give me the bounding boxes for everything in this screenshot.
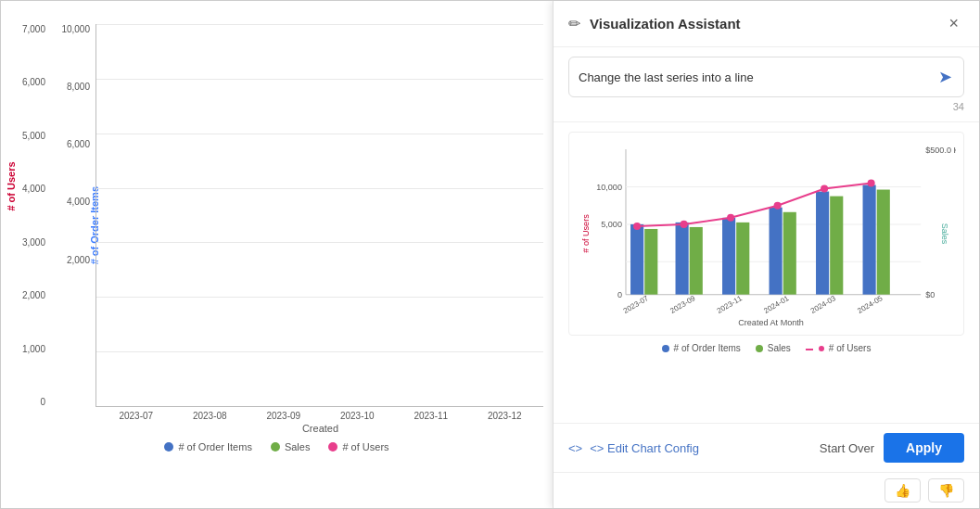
svg-text:# of Users: # of Users (581, 214, 591, 253)
mini-legend: # of Order Items Sales # of Users (568, 343, 964, 353)
panel-footer: <> <> Edit Chart Config Start Over Apply (554, 423, 979, 472)
svg-text:2023-07: 2023-07 (622, 294, 651, 315)
close-button[interactable]: × (943, 12, 964, 35)
svg-text:Sales: Sales (940, 223, 949, 245)
legend-dot-green (271, 442, 280, 452)
svg-point-25 (681, 221, 688, 228)
mini-chart: # of Users Sales 10,000 5,000 0 $500 (568, 132, 964, 336)
input-row: ➤ (568, 57, 964, 97)
thumbs-up-button[interactable]: 👍 (885, 478, 921, 503)
visualization-assistant-panel: ✏ Visualization Assistant × ➤ 34 # of Us… (553, 1, 979, 508)
mini-chart-svg: # of Users Sales 10,000 5,000 0 $500 (577, 140, 956, 327)
svg-text:$0: $0 (925, 290, 935, 299)
svg-text:10,000: 10,000 (596, 183, 622, 192)
mini-legend-dot-pink (819, 346, 824, 351)
svg-rect-17 (736, 223, 749, 295)
mini-legend-order-items: # of Order Items (662, 343, 741, 353)
app-container: # of Users # of Order Items 7,000 6,000 … (0, 0, 980, 509)
bar-groups (96, 24, 543, 406)
x-axis-title: Created (97, 423, 543, 434)
edit-config-label: <> Edit Chart Config (590, 441, 699, 455)
char-count: 34 (568, 101, 964, 112)
svg-point-27 (774, 202, 782, 210)
svg-rect-13 (644, 229, 657, 295)
svg-point-24 (633, 223, 641, 230)
svg-point-26 (727, 214, 734, 222)
legend-users: # of Users (328, 441, 388, 452)
svg-point-28 (821, 185, 828, 192)
x-labels: 2023-07 2023-08 2023-09 2023-10 2023-11 … (97, 407, 543, 421)
thumbs-down-button[interactable]: 👎 (928, 478, 964, 503)
input-area: ➤ 34 (554, 47, 979, 122)
svg-rect-21 (830, 197, 843, 295)
x-label-4: 2023-10 (325, 411, 391, 421)
svg-text:5,000: 5,000 (601, 220, 622, 229)
svg-rect-18 (770, 208, 783, 295)
svg-text:2024-05: 2024-05 (856, 294, 885, 315)
svg-text:2023-11: 2023-11 (716, 294, 745, 315)
x-label-2: 2023-08 (177, 411, 244, 421)
svg-rect-20 (816, 192, 829, 295)
x-label-1: 2023-07 (103, 411, 170, 421)
legend-dot-blue (164, 442, 173, 452)
svg-rect-14 (676, 223, 689, 295)
svg-rect-19 (783, 212, 796, 295)
panel-header: ✏ Visualization Assistant × (554, 1, 979, 47)
svg-text:2024-01: 2024-01 (762, 294, 791, 315)
x-label-3: 2023-09 (250, 411, 317, 421)
preview-area: # of Users Sales 10,000 5,000 0 $500 (554, 122, 979, 423)
bars-area (95, 24, 543, 407)
chart-legend: # of Order Items Sales # of Users (10, 441, 543, 452)
legend-order-items: # of Order Items (164, 441, 251, 452)
svg-rect-16 (722, 218, 735, 295)
prompt-input[interactable] (579, 70, 929, 84)
svg-rect-15 (690, 227, 703, 295)
x-label-6: 2023-12 (472, 411, 539, 421)
edit-config-icon: <> (568, 441, 582, 455)
legend-dot-pink (328, 442, 337, 452)
mini-legend-dot-green (756, 345, 763, 352)
start-over-button[interactable]: Start Over (820, 441, 874, 455)
wand-icon: ✏ (568, 15, 580, 32)
y-labels-right: 10,000 8,000 6,000 4,000 2,000 (49, 24, 90, 407)
svg-rect-22 (863, 185, 876, 294)
mini-legend-users: # of Users (806, 343, 872, 353)
apply-button[interactable]: Apply (884, 433, 964, 463)
mini-legend-sales: Sales (756, 343, 791, 353)
svg-rect-23 (877, 190, 890, 295)
panel-title: Visualization Assistant (590, 16, 934, 32)
svg-point-29 (868, 179, 875, 186)
main-chart-area: # of Users # of Order Items 7,000 6,000 … (1, 1, 553, 508)
feedback-area: 👍 👎 (554, 472, 979, 508)
send-button[interactable]: ➤ (936, 65, 954, 89)
mini-legend-line-pink (806, 349, 813, 350)
y-labels-left: 7,000 6,000 5,000 4,000 3,000 2,000 1,00… (10, 24, 45, 407)
edit-chart-config-button[interactable]: <> <> Edit Chart Config (568, 441, 699, 455)
footer-right: Start Over Apply (820, 433, 964, 463)
mini-legend-dot-blue (662, 345, 669, 352)
svg-text:2024-03: 2024-03 (809, 294, 838, 315)
x-label-5: 2023-11 (398, 411, 465, 421)
svg-text:0: 0 (617, 290, 622, 299)
svg-text:Created At Month: Created At Month (738, 318, 804, 327)
legend-sales: Sales (271, 441, 311, 452)
svg-text:$500.0 K: $500.0 K (925, 146, 956, 155)
svg-text:2023-09: 2023-09 (668, 294, 697, 315)
svg-rect-12 (630, 224, 643, 295)
